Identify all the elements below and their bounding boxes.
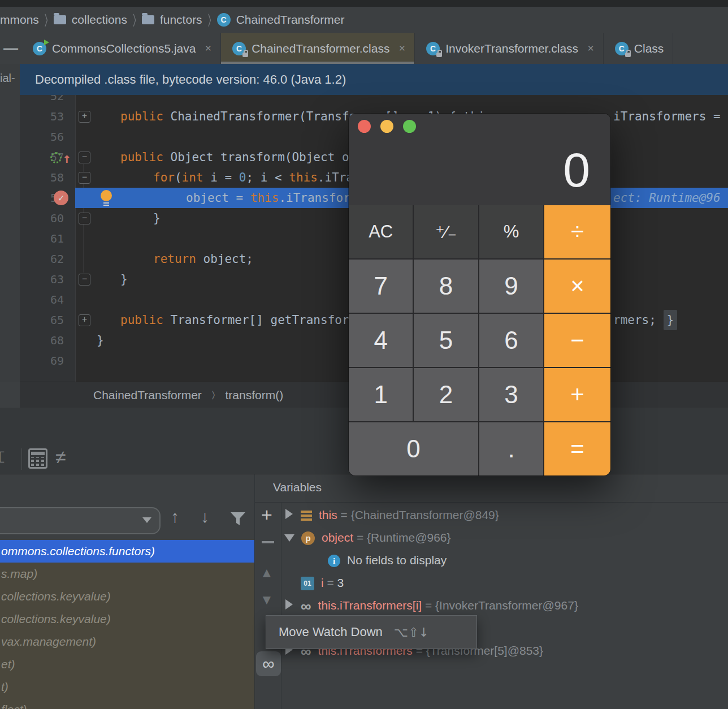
- tabs-holder: CCommonsCollections5.java×CChainedTransf…: [21, 33, 673, 64]
- calc-button-1[interactable]: 1: [349, 368, 413, 421]
- calc-button-2[interactable]: 2: [414, 368, 478, 421]
- remove-watch-button[interactable]: [262, 541, 274, 543]
- line-number[interactable]: 60: [27, 208, 64, 228]
- tab-label: Class: [634, 42, 664, 55]
- close-icon[interactable]: ×: [587, 42, 594, 55]
- expand-icon[interactable]: [285, 599, 293, 609]
- calculator-window[interactable]: 0 AC⁺∕₋%÷789×456−123+0.=: [349, 114, 610, 475]
- code-text-right-fragment: iTransformers =: [613, 106, 721, 127]
- fold-collapse-icon[interactable]: −: [79, 274, 90, 286]
- expand-icon[interactable]: [285, 509, 293, 519]
- calc-button-3[interactable]: 3: [479, 368, 543, 421]
- line-number[interactable]: 56: [27, 127, 64, 147]
- traffic-light-minimize-button[interactable]: [380, 120, 393, 133]
- tab-commonscollections5-java[interactable]: CCommonsCollections5.java×: [21, 33, 221, 64]
- variable-row-i[interactable]: 01i = 3: [283, 572, 728, 594]
- left-edge-panel: [0, 64, 20, 382]
- filter-icon[interactable]: [229, 511, 246, 528]
- tab-class[interactable]: CClass: [604, 33, 674, 64]
- fold-expand-icon[interactable]: +: [79, 111, 90, 123]
- frames-filter-combobox[interactable]: [0, 507, 161, 534]
- frame-row[interactable]: ommons.collections.functors): [0, 540, 254, 563]
- code-line-52[interactable]: 52: [20, 95, 728, 106]
- breadcrumb-item[interactable]: collections: [72, 13, 127, 27]
- breadcrumb-item[interactable]: ChainedTransformer: [236, 13, 345, 27]
- breadcrumb-class[interactable]: ChainedTransformer: [93, 388, 202, 402]
- folder-icon: [142, 15, 154, 24]
- calc-button-x[interactable]: .: [479, 422, 543, 475]
- debug-panel: ↑ ↓ ommons.collections.functors)s.map)co…: [0, 474, 728, 709]
- frame-row[interactable]: s.map): [0, 563, 254, 585]
- intention-bulb-icon[interactable]: [99, 190, 114, 206]
- line-number[interactable]: 63: [27, 269, 64, 289]
- tab-chainedtransformer-class[interactable]: CChainedTransformer.class×: [221, 33, 415, 64]
- calc-button-x[interactable]: ×: [544, 260, 610, 313]
- calc-button-x[interactable]: ÷: [544, 205, 610, 258]
- calc-button-5[interactable]: 5: [414, 314, 478, 367]
- tab-invokertransformer-class[interactable]: CInvokerTransformer.class×: [415, 33, 604, 64]
- lock-overlay-icon: [242, 53, 248, 57]
- line-number[interactable]: 61: [27, 228, 64, 249]
- line-number[interactable]: 68: [27, 330, 64, 351]
- frame-row[interactable]: t): [0, 676, 254, 698]
- mute-breakpoints-icon[interactable]: ≠: [55, 446, 66, 468]
- variable-row-this-iTransformers-i-[interactable]: ∞this.iTransformers[i] = {InvokerTransfo…: [283, 594, 728, 617]
- move-down-icon[interactable]: ↓: [201, 507, 209, 526]
- breakpoint-icon[interactable]: ✓: [54, 191, 68, 205]
- evaluate-expression-icon[interactable]: [28, 448, 47, 469]
- variable-row-this[interactable]: this = {ChainedTransformer@849}: [283, 504, 728, 526]
- frames-list[interactable]: ommons.collections.functors)s.map)collec…: [0, 540, 254, 709]
- calc-button-x[interactable]: %: [479, 205, 543, 258]
- close-icon[interactable]: ×: [205, 42, 211, 55]
- calc-button-8[interactable]: 8: [414, 260, 478, 313]
- calc-button-4[interactable]: 4: [349, 314, 413, 367]
- breadcrumb-item[interactable]: mmons: [0, 13, 39, 27]
- frame-row[interactable]: flect): [0, 698, 254, 709]
- fold-collapse-icon[interactable]: −: [79, 172, 90, 184]
- calc-button-xxx[interactable]: ⁺∕₋: [414, 205, 478, 258]
- move-up-icon[interactable]: ↑: [171, 507, 179, 526]
- calc-button-6[interactable]: 6: [479, 314, 543, 367]
- traffic-light-zoom-button[interactable]: [403, 120, 416, 133]
- variables-info-row[interactable]: iNo fields to display: [283, 549, 728, 572]
- frame-row[interactable]: vax.management): [0, 630, 254, 653]
- frame-row[interactable]: et): [0, 653, 254, 676]
- breadcrumb-item[interactable]: functors: [160, 13, 202, 27]
- calc-button-AC[interactable]: AC: [349, 205, 413, 258]
- close-icon[interactable]: ×: [398, 42, 405, 55]
- traffic-light-close-button[interactable]: [358, 120, 371, 133]
- calc-button-7[interactable]: 7: [349, 260, 413, 313]
- move-watch-up-button[interactable]: ▲: [260, 565, 274, 581]
- frame-row[interactable]: collections.keyvalue): [0, 608, 254, 630]
- line-number[interactable]: 62: [27, 249, 64, 269]
- overrides-method-icon[interactable]: ↑: [50, 150, 73, 164]
- calc-button-x[interactable]: =: [544, 422, 610, 475]
- fold-collapse-icon[interactable]: −: [79, 213, 90, 224]
- calc-button-x[interactable]: −: [544, 314, 610, 367]
- calc-button-x[interactable]: +: [544, 368, 610, 421]
- ibeam-icon[interactable]: ⌶: [0, 448, 5, 467]
- move-watch-down-button[interactable]: ▼: [260, 592, 274, 608]
- left-edge-label: ial-: [0, 72, 19, 87]
- breadcrumb-method[interactable]: transform(): [225, 388, 283, 402]
- frame-row[interactable]: collections.keyvalue): [0, 585, 254, 608]
- folded-region-box[interactable]: }: [664, 310, 678, 330]
- panel-divider[interactable]: [254, 474, 255, 709]
- line-number[interactable]: 65: [27, 310, 64, 330]
- fold-collapse-icon[interactable]: −: [79, 152, 90, 163]
- variable-row-object[interactable]: pobject = {Runtime@966}: [283, 526, 728, 549]
- show-watches-button[interactable]: ∞: [256, 651, 281, 676]
- calc-button-0[interactable]: 0: [349, 422, 478, 475]
- fold-expand-icon[interactable]: +: [79, 314, 90, 326]
- line-number[interactable]: 64: [27, 289, 64, 310]
- line-number[interactable]: 69: [27, 351, 64, 371]
- tab-label: CommonsCollections5.java: [52, 42, 196, 55]
- chevron-down-icon[interactable]: [142, 517, 151, 523]
- line-number[interactable]: 58: [27, 167, 64, 188]
- calc-button-9[interactable]: 9: [479, 260, 543, 313]
- collapse-icon[interactable]: [284, 534, 294, 542]
- line-number[interactable]: 52: [27, 95, 64, 106]
- this-icon: [301, 511, 312, 521]
- line-number[interactable]: 53: [27, 106, 64, 127]
- add-watch-button[interactable]: +: [261, 504, 272, 526]
